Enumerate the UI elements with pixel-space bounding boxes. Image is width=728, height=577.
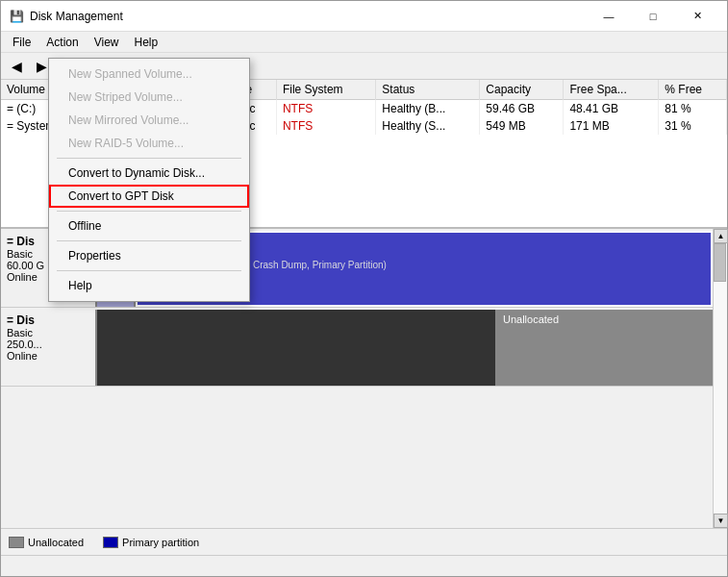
cell-filesystem-0: NTFS: [276, 100, 375, 118]
ctx-separator-2: [57, 211, 241, 212]
cell-freespace-1: 171 MB: [564, 117, 659, 135]
menu-file[interactable]: File: [5, 34, 38, 51]
ctx-convert-gpt[interactable]: Convert to GPT Disk: [49, 185, 249, 208]
ctx-new-raid5[interactable]: New RAID-5 Volume...: [49, 132, 249, 155]
ctx-properties[interactable]: Properties: [49, 244, 249, 267]
title-bar: 💾 Disk Management — □ ✕: [1, 1, 727, 32]
disk-1-status: Online: [7, 350, 89, 362]
cell-status-1: Healthy (S...: [376, 117, 480, 135]
scroll-thumb[interactable]: [714, 243, 726, 282]
ctx-separator-3: [57, 240, 241, 241]
menu-help[interactable]: Help: [127, 34, 166, 51]
menu-bar: File Action View Help: [1, 32, 727, 53]
back-button[interactable]: ◀: [5, 56, 28, 77]
disk-1-name: = Dis: [7, 314, 89, 327]
disk-1-unallocated[interactable]: Unallocated: [497, 310, 713, 386]
ctx-new-striped[interactable]: New Striped Volume...: [49, 86, 249, 109]
close-button[interactable]: ✕: [675, 1, 719, 32]
scroll-down-button[interactable]: ▼: [714, 514, 728, 528]
disk-1-type: Basic: [7, 327, 89, 339]
ctx-new-mirrored[interactable]: New Mirrored Volume...: [49, 109, 249, 132]
legend-primary-label: Primary partition: [122, 537, 199, 548]
maximize-button[interactable]: □: [631, 1, 675, 32]
window-controls: — □ ✕: [587, 1, 719, 32]
disk-1-size: 250.0...: [7, 339, 89, 350]
ctx-separator-4: [57, 270, 241, 271]
col-capacity[interactable]: Capacity: [480, 80, 564, 100]
scroll-track[interactable]: [714, 243, 727, 514]
col-filesystem[interactable]: File System: [276, 80, 375, 100]
main-window: 💾 Disk Management — □ ✕ File Action View…: [0, 0, 728, 577]
ctx-offline[interactable]: Offline: [49, 214, 249, 238]
legend-primary: Primary partition: [103, 537, 199, 548]
cell-capacity-0: 59.46 GB: [480, 100, 564, 118]
cell-percentfree-0: 81 %: [659, 100, 727, 118]
legend-primary-color: [103, 537, 118, 548]
status-bar: [1, 555, 727, 576]
ctx-separator-1: [57, 158, 241, 159]
cell-freespace-0: 48.41 GB: [564, 100, 659, 118]
ctx-convert-dynamic[interactable]: Convert to Dynamic Disk...: [49, 162, 249, 185]
col-freespace[interactable]: Free Spa...: [564, 80, 659, 100]
scroll-up-button[interactable]: ▲: [714, 229, 728, 243]
disk-scrollbar[interactable]: ▲ ▼: [713, 229, 727, 528]
cell-capacity-1: 549 MB: [480, 117, 564, 135]
ctx-help[interactable]: Help: [49, 274, 249, 297]
minimize-button[interactable]: —: [587, 1, 631, 32]
cell-percentfree-1: 31 %: [659, 117, 727, 135]
disk-1-unalloc-label: Unallocated: [503, 314, 705, 325]
legend-unallocated-color: [9, 537, 24, 548]
col-percentfree[interactable]: % Free: [659, 80, 727, 100]
menu-action[interactable]: Action: [38, 34, 86, 51]
legend-unallocated: Unallocated: [9, 537, 84, 548]
window-title: Disk Management: [30, 10, 587, 23]
disk-1-main-partition[interactable]: [97, 310, 497, 386]
legend: Unallocated Primary partition: [1, 528, 727, 555]
app-icon: 💾: [9, 9, 24, 24]
cell-filesystem-1: NTFS: [276, 117, 375, 135]
cell-status-0: Healthy (B...: [376, 100, 480, 118]
disk-row-1: = Dis Basic 250.0... Online Unallocated: [1, 310, 713, 387]
context-menu: New Spanned Volume... New Striped Volume…: [48, 58, 250, 302]
col-status[interactable]: Status: [376, 80, 480, 100]
legend-unallocated-label: Unallocated: [28, 537, 84, 548]
menu-view[interactable]: View: [87, 34, 127, 51]
disk-1-partitions: Unallocated: [97, 310, 713, 386]
disk-1-label: = Dis Basic 250.0... Online: [1, 310, 97, 386]
ctx-new-spanned[interactable]: New Spanned Volume...: [49, 63, 249, 86]
